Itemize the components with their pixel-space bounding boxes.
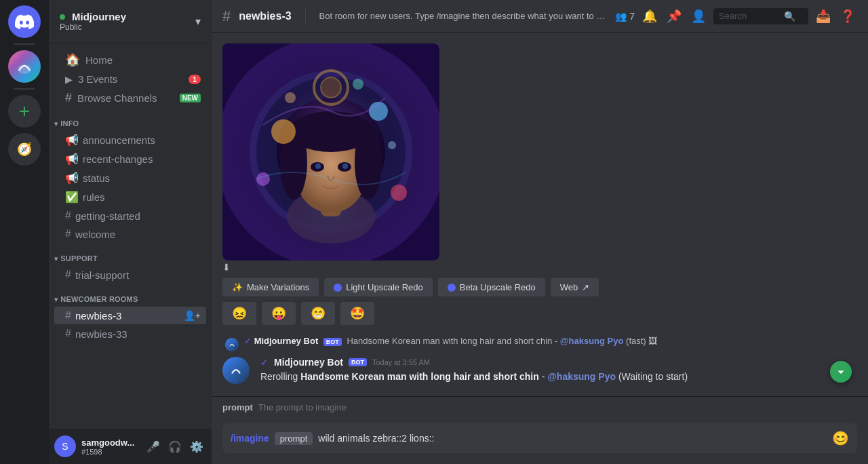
beta-upscale-redo-button[interactable]: Beta Upscale Redo — [438, 278, 545, 296]
channel-header-name: newbies-3 — [239, 10, 291, 22]
megaphone-icon: 📢 — [65, 134, 79, 147]
light-upscale-redo-button[interactable]: Light Upscale Redo — [324, 278, 432, 296]
channel-item-rules[interactable]: ✅ rules — [54, 188, 206, 206]
svg-point-18 — [256, 172, 270, 186]
prompt-value: The prompt to imagine — [258, 402, 347, 412]
category-newcomer-rooms[interactable]: ▾ NEWCOMER ROOMS — [49, 284, 212, 306]
bot-avatar — [222, 357, 250, 384]
events-badge: 1 — [189, 75, 201, 84]
reaction-buttons: 😖 😛 😁 🤩 — [222, 302, 857, 325]
mention-2: @haksung Pyo — [547, 371, 616, 382]
pin-button[interactable]: 📌 — [665, 7, 684, 26]
settings-button[interactable]: ⚙️ — [187, 437, 206, 456]
command-text-input[interactable] — [318, 433, 827, 444]
bot-msg-after-1: (fast) — [626, 336, 648, 346]
reaction-tongue[interactable]: 😛 — [262, 302, 296, 325]
server-header[interactable]: Midjourney Public ▾ — [49, 0, 212, 43]
reaction-grin[interactable]: 😁 — [301, 302, 335, 325]
prompt-bar: prompt The prompt to imagine — [212, 396, 868, 418]
help-button[interactable]: ❓ — [838, 7, 857, 26]
message-row-bot-2: ✓ Midjourney Bot BOT Today at 3:55 AM Re… — [222, 357, 857, 384]
make-variations-button[interactable]: ✨ Make Variations — [222, 278, 319, 296]
message-header-bot-2: ✓ Midjourney Bot BOT Today at 3:55 AM — [260, 357, 857, 368]
rerolling-text: Rerolling — [260, 371, 298, 382]
svg-point-24 — [388, 141, 396, 149]
avatar: S — [54, 436, 76, 457]
circle-blue-icon — [334, 284, 342, 292]
member-count-value: 7 — [629, 11, 635, 22]
category-arrow-icon-2: ▾ — [54, 255, 58, 263]
image-icon[interactable]: 🖼 — [648, 336, 657, 346]
search-bar[interactable]: 🔍 — [713, 8, 808, 24]
bot-small-avatar — [225, 338, 239, 351]
search-icon: 🔍 — [784, 11, 795, 22]
image-save-icon[interactable]: ⬇ — [222, 262, 231, 273]
home-icon: 🏠 — [65, 52, 80, 67]
message-content-bot-2: ✓ Midjourney Bot BOT Today at 3:55 AM Re… — [260, 357, 857, 384]
sidebar-item-events[interactable]: ▶ 3 Events 1 — [54, 71, 206, 88]
channel-item-welcome[interactable]: # welcome — [54, 225, 206, 243]
command-prefix: /imagine — [231, 433, 269, 444]
channel-label: recent-changes — [83, 153, 153, 165]
reaction-tired[interactable]: 😖 — [222, 302, 256, 325]
scroll-to-bottom-button[interactable] — [830, 361, 852, 383]
category-arrow-icon: ▾ — [54, 120, 58, 128]
channel-hash-icon: # — [222, 7, 231, 25]
deafen-button[interactable]: 🎧 — [165, 437, 184, 456]
action-buttons: ✨ Make Variations Light Upscale Redo Bet… — [222, 278, 857, 296]
waiting-text: (Waiting to start) — [618, 371, 688, 382]
category-info[interactable]: ▾ INFO — [49, 109, 212, 130]
public-label: Public — [60, 22, 82, 32]
bot-inline-message: ✓ Midjourney Bot BOT Handsome Korean man… — [222, 336, 857, 351]
mute-button[interactable]: 🎤 — [144, 437, 163, 456]
prompt-label: prompt — [222, 402, 253, 412]
channel-item-status[interactable]: 📢 status — [54, 169, 206, 187]
megaphone-icon-3: 📢 — [65, 172, 79, 185]
new-badge: NEW — [180, 94, 201, 102]
verified-badge: ✓ — [260, 357, 269, 368]
svg-point-16 — [271, 119, 296, 144]
channel-item-getting-started[interactable]: # getting-started — [54, 207, 206, 225]
channel-item-recent-changes[interactable]: 📢 recent-changes — [54, 150, 206, 168]
svg-point-15 — [342, 163, 348, 169]
main-content: # newbies-3 Bot room for new users. Type… — [212, 0, 868, 464]
messages-area: ⬇ ✨ Make Variations Light Upscale Redo B… — [212, 33, 868, 396]
category-newcomer-label: NEWCOMER ROOMS — [60, 295, 138, 303]
category-info-label: INFO — [60, 119, 79, 128]
discord-home-button[interactable] — [8, 5, 41, 38]
sidebar-item-browse[interactable]: # Browse Channels NEW — [54, 88, 206, 108]
add-member-icon[interactable]: 👤+ — [184, 310, 201, 321]
svg-point-11 — [355, 125, 382, 199]
members-button[interactable]: 👤 — [689, 7, 708, 26]
header-actions: 👥 7 🔔 📌 👤 🔍 📥 ❓ — [615, 7, 857, 26]
channel-item-newbies-33[interactable]: # newbies-33 — [54, 325, 206, 343]
chevron-down-icon: ▾ — [195, 15, 201, 28]
emoji-button[interactable]: 😊 — [832, 430, 849, 446]
bot-badge-inline: BOT — [323, 338, 342, 346]
hash-icon-3: # — [65, 269, 71, 281]
notification-button[interactable]: 🔔 — [640, 7, 659, 26]
bot-inline-text: ✓ Midjourney Bot BOT Handsome Korean man… — [244, 336, 657, 346]
channel-item-announcements[interactable]: 📢 announcements — [54, 131, 206, 149]
user-area: S samgoodw... #1598 🎤 🎧 ⚙️ — [49, 429, 212, 464]
sidebar-item-home[interactable]: 🏠 Home — [54, 50, 206, 70]
header-divider — [305, 8, 306, 24]
add-server-button[interactable]: + — [8, 95, 41, 128]
category-support[interactable]: ▾ SUPPORT — [49, 244, 212, 265]
hash-icon-5: # — [65, 328, 71, 340]
reaction-starstruck[interactable]: 🤩 — [340, 302, 374, 325]
discover-button[interactable]: 🧭 — [8, 133, 41, 166]
server-sidebar: + 🧭 — [0, 0, 49, 464]
web-button[interactable]: Web ↗ — [551, 278, 599, 296]
midjourney-server-icon[interactable] — [8, 50, 41, 83]
user-info: samgoodw... #1598 — [81, 438, 138, 456]
channel-item-trial-support[interactable]: # trial-support — [54, 266, 206, 284]
check-icon: ✅ — [65, 191, 79, 204]
command-arg: prompt — [275, 432, 313, 445]
category-arrow-icon-3: ▾ — [54, 296, 58, 303]
search-input[interactable] — [719, 11, 780, 21]
browse-icon: # — [65, 91, 72, 105]
inbox-button[interactable]: 📥 — [814, 7, 833, 26]
generated-image — [222, 43, 439, 260]
channel-item-newbies-3[interactable]: # newbies-3 👤+ — [54, 307, 206, 324]
